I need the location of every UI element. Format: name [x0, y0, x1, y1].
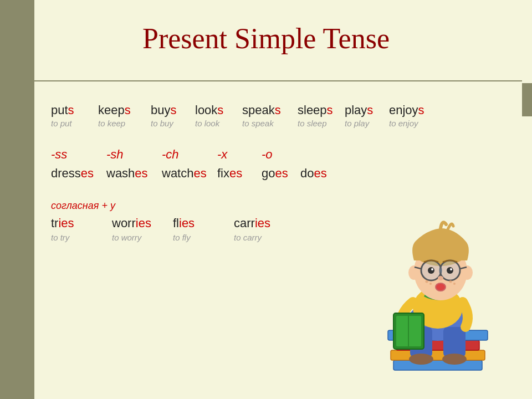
svg-rect-6 [443, 327, 466, 357]
left-sidebar [0, 0, 34, 399]
verb-form-enjoys: enjoys [389, 103, 424, 117]
verb-item-puts: puts to put [51, 103, 98, 128]
ending-x: -x [217, 147, 262, 162]
verb-base-play: to play [345, 119, 369, 128]
svg-point-33 [449, 280, 452, 283]
verb-form-plays: plays [345, 103, 373, 117]
verb-base-look: to look [195, 119, 219, 128]
verb-carries: carries [234, 216, 295, 231]
svg-point-30 [436, 284, 445, 290]
svg-point-24 [428, 267, 434, 274]
verb-watches: watches [162, 166, 217, 181]
base-carry: to carry [234, 233, 295, 242]
verb-row-1: puts to put keeps to keep buys to buy lo… [51, 103, 505, 128]
verb-worries: worries [112, 216, 173, 231]
svg-point-34 [453, 283, 456, 285]
verb-item-sleeps: sleeps to sleep [298, 103, 345, 128]
verb-item-keeps: keeps to keep [98, 103, 151, 128]
ending-ss: -ss [51, 147, 106, 162]
svg-rect-1 [391, 350, 485, 360]
verb-item-plays: plays to play [345, 103, 389, 128]
verb-form-speaks: speaks [242, 103, 281, 117]
ending-sh: -sh [106, 147, 162, 162]
svg-point-31 [426, 280, 428, 283]
verb-tries: tries [51, 216, 112, 231]
verb-base-buy: to buy [151, 119, 173, 128]
svg-point-25 [447, 267, 453, 274]
character-svg [360, 205, 515, 393]
verb-washes: washes [106, 166, 162, 181]
svg-point-28 [438, 276, 443, 280]
verb-form-puts: puts [51, 103, 74, 117]
endings-labels-row: -ss -sh -ch -x -o [51, 147, 505, 162]
svg-point-26 [431, 268, 433, 270]
suffix-s: s [68, 103, 74, 117]
verb-form-keeps: keeps [98, 103, 131, 117]
svg-point-32 [429, 283, 432, 285]
base-worry: to worry [112, 233, 173, 242]
ending-o: -o [262, 147, 300, 162]
verb-item-enjoys: enjoys to enjoy [389, 103, 433, 128]
character-illustration [360, 205, 515, 393]
svg-point-27 [450, 268, 452, 270]
svg-point-7 [409, 354, 433, 365]
verb-form-buys: buys [151, 103, 176, 117]
verb-form-sleeps: sleeps [298, 103, 333, 117]
verb-item-buys: buys to buy [151, 103, 195, 128]
right-bar [522, 83, 532, 116]
base-fly: to fly [173, 233, 234, 242]
ending-verbs-row: dresses washes watches fixes goes does [51, 166, 505, 181]
top-divider [34, 80, 522, 81]
verb-base-put: to put [51, 119, 72, 128]
base-try: to try [51, 233, 112, 242]
verb-dresses: dresses [51, 166, 106, 181]
verb-base-speak: to speak [242, 119, 274, 128]
svg-rect-0 [393, 360, 482, 370]
verb-flies: flies [173, 216, 234, 231]
verb-base-keep: to keep [98, 119, 125, 128]
ending-ch: -ch [162, 147, 217, 162]
svg-point-8 [442, 354, 467, 365]
verb-does: does [300, 166, 339, 181]
verb-fixes: fixes [217, 166, 262, 181]
verb-item-speaks: speaks to speak [242, 103, 298, 128]
section-endings: -ss -sh -ch -x -o dresses washes watches… [51, 147, 505, 181]
verb-item-looks: looks to look [195, 103, 242, 128]
verb-form-looks: looks [195, 103, 223, 117]
verb-base-enjoy: to enjoy [389, 119, 418, 128]
page-title: Present Simple Tense [0, 0, 532, 66]
verb-goes: goes [262, 166, 300, 181]
verb-base-sleep: to sleep [298, 119, 327, 128]
